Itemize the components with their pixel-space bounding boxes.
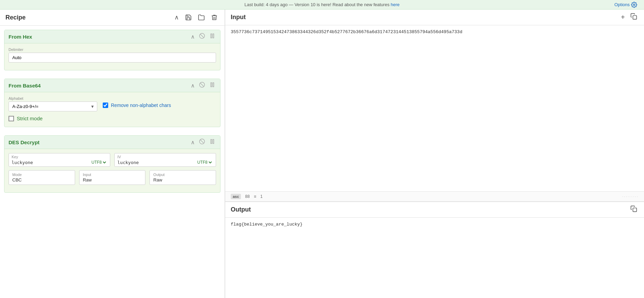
svg-line-10 (200, 140, 204, 144)
mode-field: Mode CBC (9, 170, 75, 185)
output-section: Output flag{believe_you_are_lucky} (225, 202, 644, 298)
ban-icon (199, 33, 205, 39)
collapse-recipe-button[interactable]: ∧ (173, 13, 180, 22)
input-content[interactable]: 3557736c737149515342473863344326d352f4b5… (225, 25, 644, 191)
svg-rect-3 (211, 34, 212, 38)
from-hex-controls: ∧ (190, 33, 216, 40)
recipe-header: Recipe ∧ (0, 10, 225, 26)
des-decrypt-collapse-button[interactable]: ∧ (190, 139, 196, 146)
pause-icon (209, 33, 215, 39)
svg-rect-13 (633, 16, 637, 19)
save-recipe-button[interactable] (184, 13, 193, 22)
from-hex-disable-button[interactable] (198, 33, 206, 40)
iv-value-row: luckyone UTF8 Hex (117, 160, 213, 165)
delimiter-input[interactable] (9, 53, 216, 63)
resize-handle[interactable]: ········· (622, 194, 639, 199)
svg-rect-11 (211, 139, 212, 144)
recipe-header-icons: ∧ (173, 13, 219, 22)
from-hex-title: From Hex (9, 34, 190, 40)
input-type-value: Raw (83, 177, 142, 182)
key-label: Key (12, 155, 107, 159)
des-decrypt-pause-button[interactable] (209, 138, 216, 146)
banner-link[interactable]: here (391, 2, 400, 7)
input-header: Input + (225, 10, 644, 25)
remove-nonalpha-checkbox[interactable] (103, 103, 108, 108)
svg-rect-12 (213, 139, 214, 144)
from-hex-collapse-button[interactable]: ∧ (190, 33, 196, 40)
strict-mode-checkbox[interactable] (9, 116, 14, 121)
top-banner: Last build: 4 days ago — Version 10 is h… (0, 0, 644, 10)
copy-input-button[interactable] (629, 13, 639, 22)
options-label: Options (614, 2, 630, 7)
stats-lines-icon: ≡ (254, 194, 256, 199)
from-base64-header: From Base64 ∧ (4, 79, 220, 92)
ban-icon (199, 138, 205, 145)
svg-rect-8 (213, 83, 214, 87)
input-stats: asc 88 ≡ 1 ········· (225, 191, 644, 201)
key-encoding-select[interactable]: UTF8 Hex (90, 160, 107, 165)
recipe-title: Recipe (5, 14, 173, 21)
des-decrypt-header: DES Decrypt ∧ (4, 136, 220, 149)
svg-line-2 (200, 34, 204, 38)
alphabet-field-group: Alphabet A-Za-z0-9+/= ▼ (9, 96, 97, 111)
copy-output-button[interactable] (629, 205, 639, 214)
svg-rect-7 (211, 83, 212, 87)
from-hex-pause-button[interactable] (209, 33, 216, 40)
from-base64-title: From Base64 (9, 83, 190, 89)
from-base64-disable-button[interactable] (198, 82, 206, 89)
svg-rect-14 (633, 208, 637, 212)
gear-icon (631, 2, 637, 8)
strict-mode-row: Strict mode (9, 116, 216, 121)
main-layout: Recipe ∧ From Hex ∧ (0, 10, 644, 298)
pause-icon (209, 82, 215, 88)
options-button[interactable]: Options (614, 2, 637, 8)
stats-lines: 1 (260, 194, 263, 199)
alphabet-select-wrapper: A-Za-z0-9+/= ▼ (9, 101, 97, 111)
iv-value: luckyone (117, 160, 139, 165)
from-hex-block: From Hex ∧ Delimiter (4, 30, 220, 70)
strict-mode-label: Strict mode (17, 116, 43, 121)
input-value: 3557736c737149515342473863344326d352f4b5… (231, 29, 462, 35)
svg-line-6 (200, 83, 204, 87)
input-header-icons: + (619, 13, 639, 22)
des-decrypt-title: DES Decrypt (9, 139, 190, 145)
key-field: Key luckyone UTF8 Hex (9, 153, 110, 167)
iv-encoding-select[interactable]: UTF8 Hex (196, 160, 213, 165)
from-base64-collapse-button[interactable]: ∧ (190, 82, 196, 89)
from-hex-content: Delimiter (4, 43, 220, 70)
mode-label: Mode (12, 173, 71, 177)
des-decrypt-content: Key luckyone UTF8 Hex IV luckyone (4, 149, 220, 192)
output-value: flag{believe_you_are_lucky} (231, 222, 303, 227)
add-input-button[interactable]: + (619, 13, 626, 22)
trash-icon (211, 14, 218, 21)
alphabet-label: Alphabet (9, 96, 97, 100)
input-section: Input + 3557736c737149515342473863344326… (225, 10, 644, 202)
delete-recipe-button[interactable] (210, 13, 219, 22)
pause-icon (209, 138, 215, 145)
folder-icon (198, 14, 205, 21)
remove-nonalpha-label[interactable]: Remove non-alphabet chars (111, 103, 171, 108)
open-recipe-button[interactable] (197, 13, 206, 22)
des-decrypt-block: DES Decrypt ∧ Key lu (4, 135, 220, 193)
svg-point-0 (633, 4, 635, 5)
save-icon (185, 14, 192, 21)
des-decrypt-disable-button[interactable] (198, 138, 206, 146)
recipe-empty-area (0, 197, 225, 298)
mode-input-output-row: Mode CBC Input Raw Output Raw (9, 170, 216, 185)
from-base64-controls: ∧ (190, 82, 216, 89)
from-base64-pause-button[interactable] (209, 82, 216, 89)
input-title: Input (231, 14, 619, 21)
stats-asc-badge: asc (231, 194, 241, 199)
alphabet-select[interactable]: A-Za-z0-9+/= (9, 101, 97, 111)
iv-field: IV luckyone UTF8 Hex (114, 153, 216, 167)
output-title: Output (231, 206, 629, 213)
delimiter-label: Delimiter (9, 48, 216, 52)
ban-icon (199, 82, 205, 88)
copy-icon (630, 205, 637, 212)
from-base64-content: Alphabet A-Za-z0-9+/= ▼ Remove non-alpha… (4, 92, 220, 127)
output-type-field: Output Raw (149, 170, 216, 185)
key-iv-row: Key luckyone UTF8 Hex IV luckyone (9, 153, 216, 167)
des-decrypt-controls: ∧ (190, 138, 216, 146)
banner-text: Last build: 4 days ago — Version 10 is h… (244, 2, 389, 7)
svg-rect-4 (213, 34, 214, 38)
